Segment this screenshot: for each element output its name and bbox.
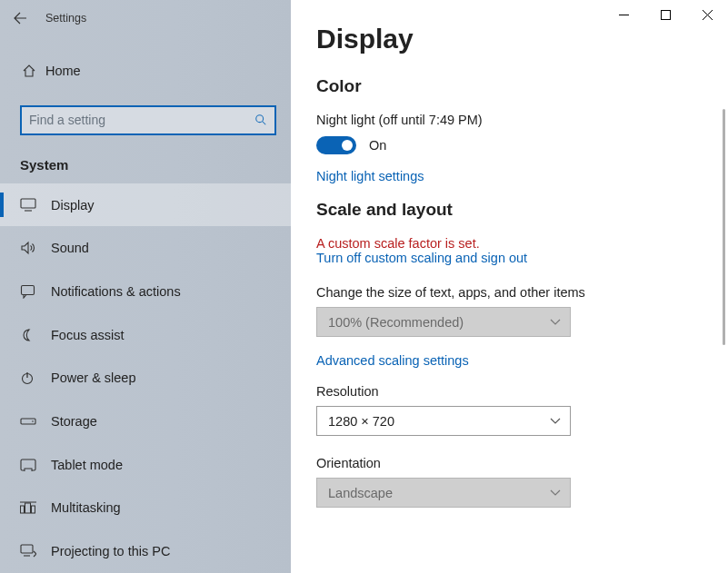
notifications-icon bbox=[20, 284, 51, 299]
app-title: Settings bbox=[45, 12, 86, 25]
svg-rect-8 bbox=[21, 506, 25, 513]
projecting-icon bbox=[20, 544, 51, 558]
svg-point-5 bbox=[32, 420, 34, 422]
sidebar-item-display[interactable]: Display bbox=[0, 183, 291, 227]
svg-rect-10 bbox=[32, 506, 35, 513]
back-button[interactable] bbox=[0, 0, 40, 36]
minimize-icon bbox=[619, 10, 629, 20]
sidebar-item-label: Power & sleep bbox=[51, 370, 136, 385]
night-light-settings-link[interactable]: Night light settings bbox=[316, 169, 682, 183]
scale-warning-text: A custom scale factor is set. bbox=[316, 236, 682, 251]
svg-rect-11 bbox=[21, 545, 33, 553]
sidebar-item-label: Storage bbox=[51, 414, 97, 429]
night-light-toggle[interactable] bbox=[316, 136, 356, 154]
resolution-label: Resolution bbox=[316, 384, 682, 399]
search-icon bbox=[247, 114, 274, 126]
multitasking-icon bbox=[20, 501, 51, 514]
svg-rect-12 bbox=[661, 10, 670, 19]
sidebar-item-focusassist[interactable]: Focus assist bbox=[0, 313, 291, 357]
night-light-label: Night light (off until 7:49 PM) bbox=[316, 113, 682, 127]
search-input[interactable] bbox=[22, 113, 247, 127]
sidebar-item-label: Multitasking bbox=[51, 500, 121, 515]
night-light-toggle-row: On bbox=[316, 136, 682, 154]
sidebar-item-label: Display bbox=[51, 198, 95, 212]
search-box[interactable] bbox=[20, 105, 276, 135]
svg-rect-1 bbox=[21, 199, 35, 208]
back-arrow-icon bbox=[13, 11, 27, 25]
window-controls bbox=[603, 0, 728, 29]
close-button[interactable] bbox=[686, 0, 728, 29]
text-size-value: 100% (Recommended) bbox=[328, 315, 464, 330]
turn-off-custom-scaling-link[interactable]: Turn off custom scaling and sign out bbox=[316, 251, 682, 265]
scrollbar[interactable] bbox=[723, 109, 725, 345]
svg-point-0 bbox=[256, 115, 264, 123]
home-label: Home bbox=[45, 64, 81, 78]
color-section-title: Color bbox=[316, 76, 682, 96]
sidebar-item-label: Focus assist bbox=[51, 328, 125, 342]
sidebar-item-label: Sound bbox=[51, 241, 89, 255]
svg-rect-2 bbox=[22, 285, 35, 294]
resolution-value: 1280 × 720 bbox=[328, 414, 394, 429]
chevron-down-icon bbox=[550, 418, 561, 425]
advanced-scaling-link[interactable]: Advanced scaling settings bbox=[316, 353, 682, 368]
sidebar-section-header: System bbox=[20, 157, 291, 173]
display-icon bbox=[20, 198, 51, 212]
sidebar-item-multitasking[interactable]: Multitasking bbox=[0, 487, 291, 530]
sidebar-item-label: Notifications & actions bbox=[51, 284, 181, 299]
content-area: Display Color Night light (off until 7:4… bbox=[291, 0, 682, 508]
orientation-dropdown: Landscape bbox=[316, 478, 571, 508]
toggle-state-label: On bbox=[369, 138, 386, 153]
close-icon bbox=[703, 10, 713, 20]
svg-rect-9 bbox=[25, 503, 31, 513]
tablet-icon bbox=[20, 459, 51, 471]
sidebar: Settings Home System Display Sound bbox=[0, 0, 291, 573]
change-size-label: Change the size of text, apps, and other… bbox=[316, 285, 682, 300]
text-size-dropdown: 100% (Recommended) bbox=[316, 307, 571, 337]
resolution-dropdown[interactable]: 1280 × 720 bbox=[316, 406, 571, 436]
scale-section-title: Scale and layout bbox=[316, 200, 682, 220]
main-pane: Display Color Night light (off until 7:4… bbox=[291, 0, 728, 573]
sidebar-item-notifications[interactable]: Notifications & actions bbox=[0, 270, 291, 313]
sidebar-item-sound[interactable]: Sound bbox=[0, 226, 291, 270]
toggle-knob bbox=[342, 140, 353, 151]
sidebar-titlebar: Settings bbox=[0, 0, 291, 36]
sidebar-item-powersleep[interactable]: Power & sleep bbox=[0, 356, 291, 400]
orientation-value: Landscape bbox=[328, 486, 393, 500]
maximize-icon bbox=[661, 10, 671, 20]
svg-rect-7 bbox=[25, 469, 32, 471]
chevron-down-icon bbox=[550, 489, 561, 497]
storage-icon bbox=[20, 416, 51, 427]
sound-icon bbox=[20, 241, 51, 255]
sidebar-item-label: Tablet mode bbox=[51, 458, 123, 472]
orientation-label: Orientation bbox=[316, 456, 682, 470]
minimize-button[interactable] bbox=[603, 0, 644, 29]
sidebar-item-tabletmode[interactable]: Tablet mode bbox=[0, 443, 291, 487]
chevron-down-icon bbox=[550, 319, 561, 326]
focus-assist-icon bbox=[20, 328, 51, 342]
sidebar-item-label: Projecting to this PC bbox=[51, 544, 170, 558]
sidebar-item-storage[interactable]: Storage bbox=[0, 400, 291, 443]
home-icon bbox=[22, 64, 45, 78]
power-icon bbox=[20, 370, 51, 385]
sidebar-item-projecting[interactable]: Projecting to this PC bbox=[0, 529, 291, 573]
sidebar-home[interactable]: Home bbox=[0, 53, 291, 89]
maximize-button[interactable] bbox=[644, 0, 686, 29]
